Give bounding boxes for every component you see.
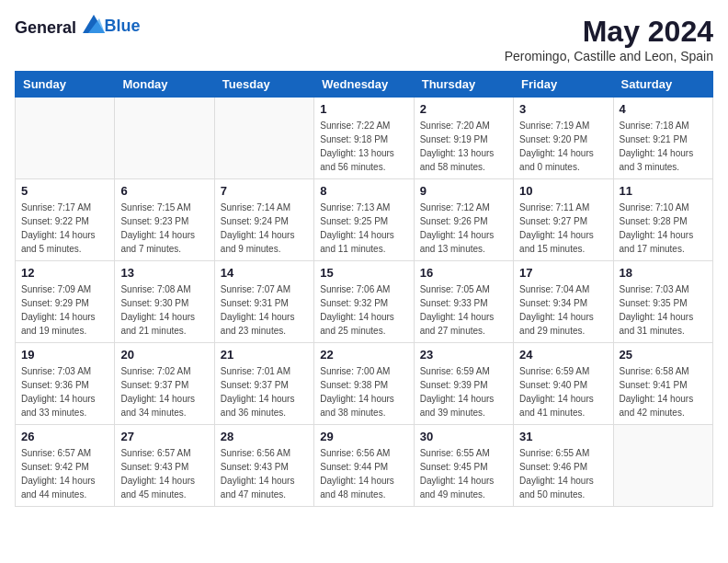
day-number: 7 — [221, 184, 308, 198]
daylight-text: Daylight: 14 hours and 33 minutes. — [21, 392, 108, 419]
table-row: 31Sunrise: 6:55 AMSunset: 9:46 PMDayligh… — [514, 425, 613, 507]
daylight-text: Daylight: 14 hours and 17 minutes. — [620, 228, 707, 256]
table-row — [16, 98, 115, 179]
table-row: 14Sunrise: 7:07 AMSunset: 9:31 PMDayligh… — [214, 261, 313, 343]
daylight-text: Daylight: 14 hours and 39 minutes. — [420, 392, 507, 419]
sunset-text: Sunset: 9:33 PM — [420, 296, 507, 310]
table-row: 3Sunrise: 7:19 AMSunset: 9:20 PMDaylight… — [514, 98, 613, 179]
daylight-text: Daylight: 14 hours and 9 minutes. — [221, 228, 308, 256]
calendar-week-row: 19Sunrise: 7:03 AMSunset: 9:36 PMDayligh… — [16, 343, 713, 425]
day-info: Sunrise: 7:17 AMSunset: 9:22 PMDaylight:… — [21, 201, 108, 256]
sunrise-text: Sunrise: 7:04 AM — [519, 282, 607, 296]
sunset-text: Sunset: 9:25 PM — [320, 214, 407, 228]
title-area: May 2024 Peromingo, Castille and Leon, S… — [505, 15, 713, 63]
logo-text-general: General — [15, 18, 76, 37]
header-sunday: Sunday — [16, 72, 115, 98]
table-row: 29Sunrise: 6:56 AMSunset: 9:44 PMDayligh… — [314, 425, 414, 507]
sunset-text: Sunset: 9:19 PM — [420, 132, 507, 146]
daylight-text: Daylight: 14 hours and 21 minutes. — [120, 310, 208, 338]
day-number: 10 — [519, 184, 607, 198]
day-number: 31 — [519, 430, 607, 443]
day-info: Sunrise: 7:06 AMSunset: 9:32 PMDaylight:… — [320, 282, 407, 338]
day-info: Sunrise: 7:01 AMSunset: 9:37 PMDaylight:… — [221, 364, 308, 419]
sunrise-text: Sunrise: 7:19 AM — [519, 119, 607, 132]
table-row: 19Sunrise: 7:03 AMSunset: 9:36 PMDayligh… — [16, 343, 115, 425]
table-row: 8Sunrise: 7:13 AMSunset: 9:25 PMDaylight… — [314, 179, 414, 261]
day-info: Sunrise: 6:55 AMSunset: 9:45 PMDaylight:… — [420, 446, 507, 501]
daylight-text: Daylight: 14 hours and 38 minutes. — [320, 392, 407, 419]
day-number: 3 — [519, 102, 607, 116]
table-row: 24Sunrise: 6:59 AMSunset: 9:40 PMDayligh… — [514, 343, 613, 425]
sunrise-text: Sunrise: 6:58 AM — [620, 364, 707, 378]
daylight-text: Daylight: 14 hours and 15 minutes. — [519, 228, 607, 256]
table-row — [115, 98, 214, 179]
table-row: 13Sunrise: 7:08 AMSunset: 9:30 PMDayligh… — [115, 261, 214, 343]
day-info: Sunrise: 7:09 AMSunset: 9:29 PMDaylight:… — [21, 282, 108, 338]
table-row — [214, 98, 313, 179]
daylight-text: Daylight: 14 hours and 47 minutes. — [221, 474, 308, 501]
calendar-week-row: 1Sunrise: 7:22 AMSunset: 9:18 PMDaylight… — [16, 98, 713, 179]
sunrise-text: Sunrise: 6:55 AM — [420, 446, 507, 460]
table-row: 11Sunrise: 7:10 AMSunset: 9:28 PMDayligh… — [613, 179, 712, 261]
day-info: Sunrise: 6:59 AMSunset: 9:40 PMDaylight:… — [519, 364, 607, 419]
sunrise-text: Sunrise: 7:01 AM — [221, 364, 308, 378]
header-friday: Friday — [514, 72, 613, 98]
day-info: Sunrise: 6:59 AMSunset: 9:39 PMDaylight:… — [420, 364, 507, 419]
table-row: 18Sunrise: 7:03 AMSunset: 9:35 PMDayligh… — [613, 261, 712, 343]
calendar: Sunday Monday Tuesday Wednesday Thursday… — [15, 71, 713, 507]
daylight-text: Daylight: 13 hours and 56 minutes. — [320, 146, 407, 174]
table-row: 4Sunrise: 7:18 AMSunset: 9:21 PMDaylight… — [613, 98, 712, 179]
sunrise-text: Sunrise: 7:12 AM — [420, 201, 507, 214]
sunset-text: Sunset: 9:27 PM — [519, 214, 607, 228]
sunrise-text: Sunrise: 7:00 AM — [320, 364, 407, 378]
sunrise-text: Sunrise: 6:57 AM — [21, 446, 108, 460]
sunrise-text: Sunrise: 6:57 AM — [120, 446, 208, 460]
day-number: 18 — [620, 266, 707, 280]
sunset-text: Sunset: 9:18 PM — [320, 132, 407, 146]
sunset-text: Sunset: 9:39 PM — [420, 378, 507, 392]
day-number: 17 — [519, 266, 607, 280]
daylight-text: Daylight: 14 hours and 25 minutes. — [320, 310, 407, 338]
day-info: Sunrise: 7:03 AMSunset: 9:35 PMDaylight:… — [620, 282, 707, 338]
sunrise-text: Sunrise: 7:09 AM — [21, 282, 108, 296]
sunset-text: Sunset: 9:35 PM — [620, 296, 707, 310]
table-row: 1Sunrise: 7:22 AMSunset: 9:18 PMDaylight… — [314, 98, 414, 179]
day-info: Sunrise: 6:57 AMSunset: 9:42 PMDaylight:… — [21, 446, 108, 501]
logo: General Blue — [15, 15, 141, 38]
day-number: 25 — [620, 348, 707, 362]
sunrise-text: Sunrise: 7:07 AM — [221, 282, 308, 296]
daylight-text: Daylight: 14 hours and 49 minutes. — [420, 474, 507, 501]
day-info: Sunrise: 7:14 AMSunset: 9:24 PMDaylight:… — [221, 201, 308, 256]
sunrise-text: Sunrise: 6:55 AM — [519, 446, 607, 460]
sunset-text: Sunset: 9:41 PM — [620, 378, 707, 392]
day-number: 5 — [21, 184, 108, 198]
sunset-text: Sunset: 9:22 PM — [21, 214, 108, 228]
month-title: May 2024 — [505, 15, 713, 49]
daylight-text: Daylight: 14 hours and 0 minutes. — [519, 146, 607, 174]
table-row — [613, 425, 712, 507]
day-number: 27 — [120, 430, 208, 443]
sunset-text: Sunset: 9:31 PM — [221, 296, 308, 310]
sunset-text: Sunset: 9:44 PM — [320, 460, 407, 474]
sunrise-text: Sunrise: 7:18 AM — [620, 119, 707, 132]
sunrise-text: Sunrise: 7:11 AM — [519, 201, 607, 214]
daylight-text: Daylight: 14 hours and 11 minutes. — [320, 228, 407, 256]
day-info: Sunrise: 7:00 AMSunset: 9:38 PMDaylight:… — [320, 364, 407, 419]
day-number: 29 — [320, 430, 407, 443]
sunset-text: Sunset: 9:40 PM — [519, 378, 607, 392]
sunrise-text: Sunrise: 7:03 AM — [21, 364, 108, 378]
table-row: 21Sunrise: 7:01 AMSunset: 9:37 PMDayligh… — [214, 343, 313, 425]
day-info: Sunrise: 7:04 AMSunset: 9:34 PMDaylight:… — [519, 282, 607, 338]
sunset-text: Sunset: 9:43 PM — [120, 460, 208, 474]
table-row: 16Sunrise: 7:05 AMSunset: 9:33 PMDayligh… — [414, 261, 513, 343]
calendar-week-row: 5Sunrise: 7:17 AMSunset: 9:22 PMDaylight… — [16, 179, 713, 261]
daylight-text: Daylight: 14 hours and 48 minutes. — [320, 474, 407, 501]
sunset-text: Sunset: 9:23 PM — [120, 214, 208, 228]
table-row: 2Sunrise: 7:20 AMSunset: 9:19 PMDaylight… — [414, 98, 513, 179]
location-title: Peromingo, Castille and Leon, Spain — [505, 49, 713, 63]
sunset-text: Sunset: 9:21 PM — [620, 132, 707, 146]
sunrise-text: Sunrise: 6:59 AM — [420, 364, 507, 378]
table-row: 15Sunrise: 7:06 AMSunset: 9:32 PMDayligh… — [314, 261, 414, 343]
day-number: 8 — [320, 184, 407, 198]
table-row: 20Sunrise: 7:02 AMSunset: 9:37 PMDayligh… — [115, 343, 214, 425]
